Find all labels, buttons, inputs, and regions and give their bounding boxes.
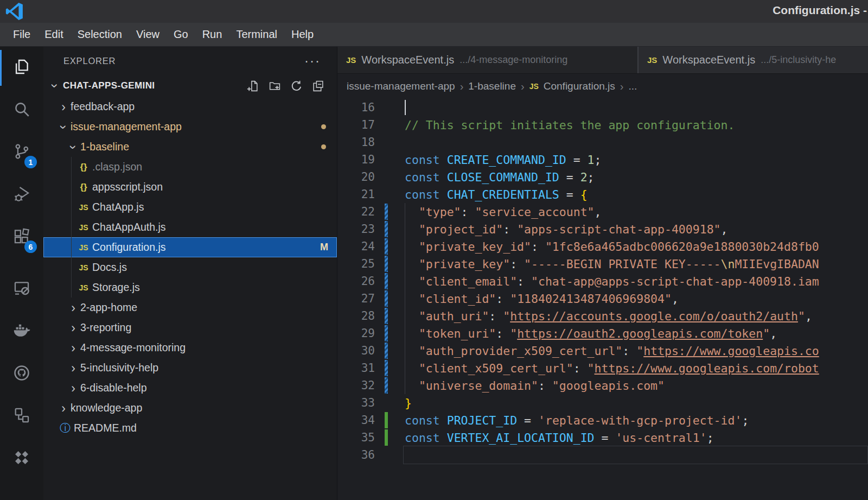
tree-item-6-disable-help[interactable]: ›6-disable-help [43, 378, 337, 398]
code-line-36[interactable]: 36 [337, 446, 868, 464]
tree-item-chatapp-js[interactable]: JSChatApp.js [43, 197, 337, 217]
breadcrumb-item[interactable]: ... [628, 80, 637, 92]
code-text: "private_key_id": "1fc8e6a465adbc006620a… [405, 240, 819, 254]
menu-view[interactable]: View [129, 28, 167, 41]
tree-item-knowledge-app[interactable]: ›knowledge-app [43, 398, 337, 418]
tree-item-docs-js[interactable]: JSDocs.js [43, 257, 337, 277]
tree-item-issue-management-app[interactable]: ›issue-management-app [43, 117, 337, 137]
activity-docker[interactable] [0, 311, 43, 353]
workspace-root-row[interactable]: › CHAT-APPS-GEMINI [43, 75, 337, 97]
js-file-icon: JS [75, 243, 92, 252]
menu-terminal[interactable]: Terminal [229, 28, 284, 41]
breadcrumb-item[interactable]: issue-management-app [347, 80, 455, 92]
tree-item-feedback-app[interactable]: ›feedback-app [43, 97, 337, 117]
git-gutter-add-icon [375, 429, 405, 446]
chevron-right-icon: › [620, 80, 624, 93]
tree-item-appsscript-json[interactable]: {}appsscript.json [43, 177, 337, 197]
code-line-28[interactable]: 28 "auth_uri": "https://accounts.google.… [337, 307, 868, 325]
new-folder-icon[interactable] [268, 79, 282, 93]
activity-search[interactable] [0, 89, 43, 131]
menu-help[interactable]: Help [284, 28, 321, 41]
code-text: "token_uri": "https://oauth2.googleapis.… [405, 327, 777, 340]
tree-item-label: knowledge-app [71, 402, 142, 414]
git-gutter-mod-icon [375, 203, 405, 220]
code-text: "project_id": "apps-script-chat-app-4009… [405, 223, 727, 236]
tree-item-4-message-monitoring[interactable]: ›4-message-monitoring [43, 338, 337, 358]
activity-explorer[interactable] [0, 47, 43, 89]
tab-workspaceevent-5-inclusivity-help[interactable]: JS WorkspaceEvent.js .../5-inclusivity-h… [639, 47, 868, 73]
activity-badge-source-control: 1 [24, 156, 37, 168]
tab-description: .../4-message-monitoring [459, 54, 567, 66]
tree-item-label: Docs.js [92, 261, 127, 274]
tree-item--clasp-json[interactable]: {}.clasp.json [43, 157, 337, 177]
code-line-26[interactable]: 26 "client_email": "chat-app@apps-script… [337, 273, 868, 290]
tree-item-3-reporting[interactable]: ›3-reporting [43, 318, 337, 338]
activity-badge-extensions: 6 [24, 240, 37, 253]
search-icon [12, 100, 31, 121]
menu-file[interactable]: File [6, 28, 37, 41]
breadcrumb-item[interactable]: Configuration.js [544, 80, 615, 92]
remote-icon [12, 279, 31, 300]
menu-run[interactable]: Run [195, 28, 229, 41]
code-line-25[interactable]: 25 "private_key": "-----BEGIN PRIVATE KE… [337, 255, 868, 273]
tree-item-readme-md[interactable]: ⓘREADME.md [43, 418, 337, 438]
breadcrumb-item[interactable]: 1-baseline [468, 80, 516, 92]
gutter [375, 99, 405, 116]
git-gutter-mod-icon [375, 359, 405, 377]
gutter [375, 151, 405, 168]
line-number: 29 [337, 327, 375, 340]
code-editor[interactable]: 1617// This script initiates the app con… [337, 99, 868, 500]
code-line-32[interactable]: 32 "universe_domain": "googleapis.com" [337, 377, 868, 394]
title-bar: Configuration.js - [0, 0, 868, 23]
chevron-right-icon: › [56, 402, 71, 414]
code-line-17[interactable]: 17// This script initiates the app confi… [337, 116, 868, 134]
code-line-18[interactable]: 18 [337, 134, 868, 151]
more-actions-icon[interactable]: ··· [304, 58, 321, 64]
line-number: 21 [337, 188, 375, 201]
tree-item-5-inclusivity-help[interactable]: ›5-inclusivity-help [43, 358, 337, 378]
code-line-31[interactable]: 31 "client_x509_cert_url": "https://www.… [337, 359, 868, 377]
code-line-23[interactable]: 23 "project_id": "apps-script-chat-app-4… [337, 220, 868, 238]
code-line-34[interactable]: 34const PROJECT_ID = 'replace-with-gcp-p… [337, 412, 868, 429]
tab-workspaceevent-4-message-monitoring[interactable]: JS WorkspaceEvent.js .../4-message-monit… [337, 47, 637, 73]
git-gutter-mod-icon [375, 220, 405, 238]
chevron-right-icon: › [66, 342, 80, 354]
activity-extensions[interactable]: 6 [0, 216, 43, 258]
git-gutter-add-icon [375, 412, 405, 429]
activity-run-debug[interactable] [0, 174, 43, 216]
code-line-16[interactable]: 16 [337, 99, 868, 116]
code-line-24[interactable]: 24 "private_key_id": "1fc8e6a465adbc0066… [337, 238, 868, 255]
code-text: const CHAT_CREDENTIALS = { [405, 188, 588, 201]
activity-diamonds[interactable] [0, 438, 43, 480]
tree-item-storage-js[interactable]: JSStorage.js [43, 277, 337, 298]
code-line-27[interactable]: 27 "client_id": "118402413487406969804", [337, 290, 868, 307]
activity-flowchart[interactable] [0, 395, 43, 438]
tree-item-label: 3-reporting [80, 321, 131, 334]
line-number: 36 [337, 448, 375, 461]
code-line-22[interactable]: 22 "type": "service_account", [337, 203, 868, 220]
code-line-30[interactable]: 30 "auth_provider_x509_cert_url": "https… [337, 342, 868, 359]
code-line-19[interactable]: 19const CREATE_COMMAND_ID = 1; [337, 151, 868, 168]
activity-github[interactable] [0, 353, 43, 395]
activity-source-control[interactable]: 1 [0, 131, 43, 174]
code-line-35[interactable]: 35const VERTEX_AI_LOCATION_ID = 'us-cent… [337, 429, 868, 446]
line-number: 19 [337, 153, 375, 166]
code-line-20[interactable]: 20const CLOSE_COMMAND_ID = 2; [337, 168, 868, 186]
refresh-icon[interactable] [290, 79, 303, 93]
tree-item-1-baseline[interactable]: ›1-baseline [43, 137, 337, 157]
tree-item-2-app-home[interactable]: ›2-app-home [43, 298, 337, 318]
code-line-29[interactable]: 29 "token_uri": "https://oauth2.googleap… [337, 325, 868, 342]
new-file-icon[interactable] [246, 79, 260, 93]
chevron-right-icon: › [521, 80, 525, 93]
activity-remote-explorer[interactable] [0, 268, 43, 311]
line-number: 34 [337, 414, 375, 427]
code-line-33[interactable]: 33} [337, 394, 868, 412]
menu-edit[interactable]: Edit [37, 28, 70, 41]
tree-item-chatappauth-js[interactable]: JSChatAppAuth.js [43, 217, 337, 237]
menu-go[interactable]: Go [167, 28, 195, 41]
tree-item-configuration-js[interactable]: JSConfiguration.jsM [43, 237, 337, 257]
code-line-21[interactable]: 21const CHAT_CREDENTIALS = { [337, 186, 868, 203]
menu-selection[interactable]: Selection [71, 28, 129, 41]
git-gutter-mod-icon [375, 290, 405, 307]
collapse-all-icon[interactable] [311, 79, 325, 93]
